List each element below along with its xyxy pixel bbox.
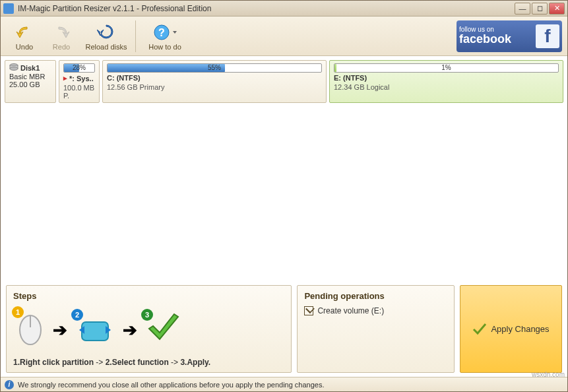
- reload-disks-button[interactable]: Reload disks: [80, 22, 133, 51]
- content-area: Disk1 Basic MBR 25.00 GB 28% ▸ *: Sys.. …: [1, 56, 567, 377]
- help-icon: ?: [139, 22, 191, 43]
- redo-button[interactable]: Redo: [43, 22, 80, 51]
- watermark: wsxdn.com: [532, 371, 565, 378]
- steps-panel: Steps 1 ➔ 2 ➔ 3: [6, 285, 292, 373]
- close-button[interactable]: ✕: [549, 3, 565, 15]
- bottom-panels: Steps 1 ➔ 2 ➔ 3: [5, 285, 563, 373]
- window-title: IM-Magic Partition Resizer v2.1.1 - Prof…: [18, 4, 513, 13]
- statusbar: i We strongly recommend you close all ot…: [1, 377, 567, 391]
- howto-label: How to do: [139, 43, 191, 51]
- apply-icon: [472, 323, 487, 336]
- redo-icon: [43, 22, 80, 43]
- fb-line2: facebook: [459, 33, 511, 46]
- partition-sub: 12.34 GB Logical: [334, 83, 559, 91]
- minimize-button[interactable]: —: [515, 3, 530, 15]
- undo-button[interactable]: Undo: [6, 22, 43, 51]
- maximize-button[interactable]: ◻: [532, 3, 548, 15]
- arrow-icon: ➔: [53, 320, 67, 341]
- disk-name: Disk1: [20, 64, 40, 72]
- partition-system[interactable]: 28% ▸ *: Sys.. 100.0 MB P.: [59, 60, 100, 103]
- steps-title: Steps: [13, 291, 284, 301]
- flag-icon: ▸: [63, 74, 67, 82]
- apply-changes-button[interactable]: Apply Changes: [460, 285, 562, 373]
- disk-card[interactable]: Disk1 Basic MBR 25.00 GB: [5, 60, 56, 103]
- operation-text: Create volume (E:): [317, 306, 384, 315]
- partition-name: E: (NTFS): [334, 74, 559, 82]
- partition-name: *: Sys..: [69, 75, 94, 82]
- disk-icon: [9, 63, 18, 73]
- chevron-down-icon: [173, 31, 177, 34]
- titlebar: IM-Magic Partition Resizer v2.1.1 - Prof…: [1, 1, 567, 16]
- pending-operation[interactable]: Create volume (E:): [304, 306, 447, 315]
- facebook-icon: f: [536, 24, 559, 48]
- usage-label: 28%: [73, 64, 86, 71]
- pending-panel: Pending operations Create volume (E:): [297, 285, 455, 373]
- disk-type: Basic MBR: [9, 73, 51, 81]
- reload-label: Reload disks: [80, 43, 133, 51]
- app-icon: [3, 3, 14, 14]
- toolbar: Undo Redo Reload disks ? How to do follo…: [1, 16, 567, 56]
- partition-sub: 12.56 GB Primary: [107, 83, 322, 91]
- svg-point-4: [10, 67, 18, 71]
- step-1: 1: [16, 310, 45, 350]
- apply-label: Apply Changes: [491, 324, 549, 334]
- reload-icon: [80, 22, 133, 43]
- info-icon: i: [5, 380, 14, 389]
- arrow-icon: ➔: [123, 320, 137, 341]
- redo-label: Redo: [43, 43, 80, 51]
- usage-label: 1%: [441, 64, 451, 71]
- steps-text: 1.Right click partition -> 2.Select func…: [13, 358, 284, 367]
- partition-name: C: (NTFS): [107, 74, 322, 82]
- toolbar-separator: [135, 20, 136, 52]
- step-3: 3: [145, 313, 182, 347]
- svg-text:?: ?: [158, 27, 165, 38]
- partition-c[interactable]: 55% C: (NTFS) 12.56 GB Primary: [102, 60, 327, 103]
- partition-e[interactable]: 1% E: (NTFS) 12.34 GB Logical: [329, 60, 563, 103]
- svg-rect-7: [82, 322, 108, 341]
- disk-size: 25.00 GB: [9, 81, 51, 88]
- undo-icon: [6, 22, 43, 43]
- undo-label: Undo: [6, 43, 43, 51]
- facebook-button[interactable]: follow us on facebook f: [457, 20, 562, 52]
- usage-label: 55%: [208, 64, 221, 71]
- checkbox-icon: [304, 306, 313, 315]
- disk-row: Disk1 Basic MBR 25.00 GB 28% ▸ *: Sys.. …: [5, 60, 563, 103]
- pending-title: Pending operations: [304, 291, 447, 301]
- step-2: 2: [75, 313, 115, 347]
- how-to-do-button[interactable]: ? How to do: [139, 22, 191, 51]
- partition-sub: 100.0 MB P.: [63, 84, 95, 100]
- status-text: We strongly recommend you close all othe…: [18, 381, 325, 389]
